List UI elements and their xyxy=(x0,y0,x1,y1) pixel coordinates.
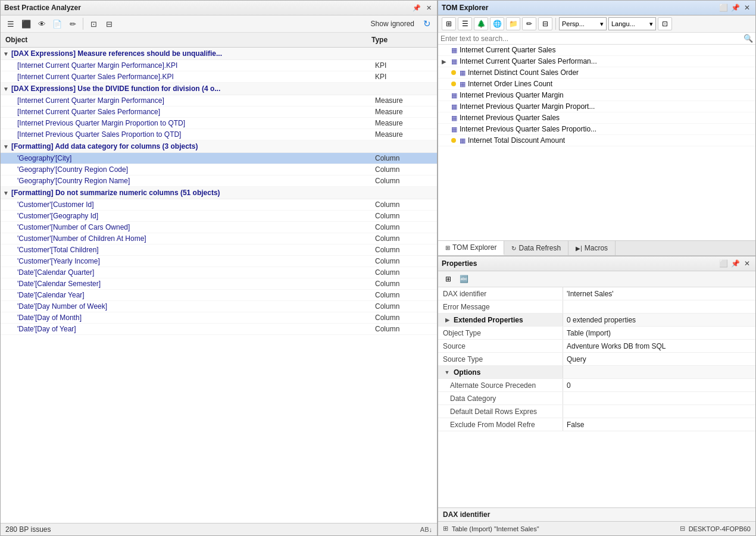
list-item[interactable]: [Internet Current Quarter Margin Perform… xyxy=(1,95,437,106)
expand-icon-4: ▼ xyxy=(3,190,9,196)
item-type: Column xyxy=(375,165,435,174)
stop-button[interactable]: ⬛ xyxy=(20,17,33,30)
tom-list-item[interactable]: ▦ Internet Total Discount Amount xyxy=(438,135,755,146)
tab-tom-explorer[interactable]: ⊞ TOM Explorer xyxy=(438,241,504,255)
tom-extra-btn[interactable]: ⊡ xyxy=(658,17,672,30)
tom-edit-btn[interactable]: ✏ xyxy=(522,17,536,30)
filter-button[interactable]: 👁 xyxy=(35,17,48,30)
tom-cols-btn[interactable]: ⊟ xyxy=(538,17,552,30)
expand-chevron-2[interactable]: ▶ xyxy=(442,58,449,65)
list-item[interactable]: [Internet Current Quarter Sales Performa… xyxy=(1,106,437,118)
rules-button[interactable]: ☰ xyxy=(4,17,17,30)
show-ignored-label: Show ignored xyxy=(371,20,414,28)
list-item[interactable]: [Internet Previous Quarter Margin Propor… xyxy=(1,118,437,129)
tab-tom-icon: ⊞ xyxy=(445,245,450,251)
props-sort-btn[interactable]: 🔤 xyxy=(457,273,470,285)
tom-list-item[interactable]: ▦ Internet Order Lines Count xyxy=(438,79,755,90)
collapse-button[interactable]: ⊟ xyxy=(102,17,115,30)
list-item[interactable]: 'Date'[Day of Year] Column xyxy=(1,324,437,335)
props-close-icon[interactable]: ✕ xyxy=(742,259,752,268)
search-input[interactable] xyxy=(441,35,743,43)
refresh-button[interactable]: ↻ xyxy=(420,17,433,30)
tom-tree[interactable]: ▦ Internet Current Quarter Sales ▶ ▦ Int… xyxy=(438,45,755,240)
tom-list-item[interactable]: ▦ Internet Current Quarter Sales xyxy=(438,45,755,56)
list-item[interactable]: 'Customer'[Number of Children At Home] C… xyxy=(1,233,437,245)
list-item[interactable]: 'Date'[Calendar Semester] Column xyxy=(1,278,437,290)
expand-button[interactable]: ⊡ xyxy=(87,17,100,30)
show-ignored-button[interactable]: Show ignored xyxy=(367,18,418,29)
item-name: 'Date'[Day Number of Week] xyxy=(17,302,375,311)
extended-expand-icon[interactable]: ▶ xyxy=(443,317,451,323)
prop-key-dax: DAX identifier xyxy=(438,287,563,300)
props-pin-icon[interactable]: 📌 xyxy=(730,259,740,268)
tab-bar: ⊞ TOM Explorer ↻ Data Refresh ▶| Macros xyxy=(438,240,755,256)
props-maximize-icon[interactable]: ⬜ xyxy=(718,259,728,268)
expand-icon-2: ▼ xyxy=(3,86,9,92)
prop-value-options xyxy=(563,366,755,378)
list-item-selected[interactable]: 'Geography'[City] Column xyxy=(1,153,437,164)
language-dropdown[interactable]: Langu... ▾ xyxy=(608,17,656,30)
list-item[interactable]: 'Date'[Day of Month] Column xyxy=(1,312,437,324)
list-item[interactable]: 'Geography'[Country Region Name] Column xyxy=(1,175,437,187)
tom-list-item[interactable]: ▶ ▦ Internet Current Quarter Sales Perfo… xyxy=(438,56,755,67)
tree-container[interactable]: ▼ [DAX Expressions] Measure references s… xyxy=(1,48,437,523)
item-name: [Internet Current Quarter Sales Performa… xyxy=(17,108,375,116)
list-button[interactable]: 📄 xyxy=(51,17,64,30)
list-item[interactable]: 'Customer'[Customer Id] Column xyxy=(1,199,437,211)
props-table[interactable]: DAX identifier 'Internet Sales' Error Me… xyxy=(438,287,755,507)
tom-tree-btn[interactable]: 🌲 xyxy=(474,17,488,30)
list-item[interactable]: 'Date'[Day Number of Week] Column xyxy=(1,301,437,312)
group-dax-unqualified[interactable]: ▼ [DAX Expressions] Measure references s… xyxy=(1,48,437,60)
search-icon: 🔍 xyxy=(743,34,753,43)
item-type: Column xyxy=(375,302,435,311)
group-formatting-category[interactable]: ▼ [Formatting] Add data category for col… xyxy=(1,140,437,153)
tom-list-item[interactable]: ▦ Internet Distinct Count Sales Order xyxy=(438,67,755,79)
prop-row-extended-group[interactable]: ▶ Extended Properties 0 extended propert… xyxy=(438,314,755,327)
tom-list-item[interactable]: ▦ Internet Previous Quarter Sales Propor… xyxy=(438,124,755,135)
group-dax-divide[interactable]: ▼ [DAX Expressions] Use the DIVIDE funct… xyxy=(1,83,437,95)
measure-icon-9: ▦ xyxy=(460,137,466,145)
measure-icon-7: ▦ xyxy=(451,114,457,122)
pin-icon[interactable]: 📌 xyxy=(412,3,421,12)
tom-close-icon[interactable]: ✕ xyxy=(742,3,752,12)
desktop-icon-status: ⊟ xyxy=(680,525,685,532)
options-expand-icon[interactable]: ▼ xyxy=(443,369,451,375)
tom-folder-btn[interactable]: 📁 xyxy=(506,17,520,30)
prop-row-data-category: Data Category xyxy=(438,392,755,405)
list-item[interactable]: 'Customer'[Geography Id] Column xyxy=(1,211,437,222)
list-item[interactable]: 'Customer'[Yearly Income] Column xyxy=(1,256,437,267)
tom-list-item[interactable]: ▦ Internet Previous Quarter Sales xyxy=(438,112,755,124)
list-item[interactable]: 'Geography'[Country Region Code] Column xyxy=(1,164,437,175)
tom-list-item[interactable]: ▦ Internet Previous Quarter Margin xyxy=(438,90,755,101)
tom-pin-icon[interactable]: 📌 xyxy=(730,3,740,12)
perspective-dropdown[interactable]: Persp... ▾ xyxy=(559,17,607,30)
search-bar: 🔍 xyxy=(438,33,755,45)
list-item[interactable]: [Internet Current Quarter Margin Perform… xyxy=(1,60,437,71)
tom-table-btn[interactable]: ☰ xyxy=(458,17,472,30)
tom-list-item[interactable]: ▦ Internet Previous Quarter Margin Propo… xyxy=(438,101,755,112)
list-item[interactable]: 'Date'[Calendar Year] Column xyxy=(1,290,437,301)
titlebar-icons: 📌 ✕ xyxy=(412,3,433,12)
left-panel: Best Practice Analyzer 📌 ✕ ☰ ⬛ 👁 📄 ✏ ⊡ ⊟… xyxy=(0,0,438,536)
list-item[interactable]: 'Date'[Calendar Quarter] Column xyxy=(1,267,437,278)
close-icon[interactable]: ✕ xyxy=(424,3,433,12)
group-formatting-summarize[interactable]: ▼ [Formatting] Do not summarize numeric … xyxy=(1,187,437,199)
tom-maximize-icon[interactable]: ⬜ xyxy=(718,3,728,12)
prop-row-options-group[interactable]: ▼ Options xyxy=(438,366,755,379)
tom-globe-btn[interactable]: 🌐 xyxy=(490,17,504,30)
item-type: Column xyxy=(375,177,435,185)
item-name: [Internet Current Quarter Sales Performa… xyxy=(17,73,375,81)
edit-button[interactable]: ✏ xyxy=(66,17,79,30)
group-label-2: [DAX Expressions] Use the DIVIDE functio… xyxy=(11,84,435,93)
list-item[interactable]: [Internet Current Quarter Sales Performa… xyxy=(1,71,437,83)
list-item[interactable]: [Internet Previous Quarter Sales Proport… xyxy=(1,129,437,140)
props-grid-btn[interactable]: ⊞ xyxy=(442,273,455,285)
tab-data-refresh[interactable]: ↻ Data Refresh xyxy=(504,241,568,255)
tom-grid-btn[interactable]: ⊞ xyxy=(442,17,456,30)
list-item[interactable]: 'Customer'[Number of Cars Owned] Column xyxy=(1,222,437,233)
tab-macros[interactable]: ▶| Macros xyxy=(568,241,616,255)
item-name: 'Customer'[Total Children] xyxy=(17,246,375,254)
prop-row-alt-source: Alternate Source Preceden 0 xyxy=(438,379,755,392)
item-name: 'Geography'[Country Region Code] xyxy=(17,165,375,174)
list-item[interactable]: 'Customer'[Total Children] Column xyxy=(1,245,437,256)
